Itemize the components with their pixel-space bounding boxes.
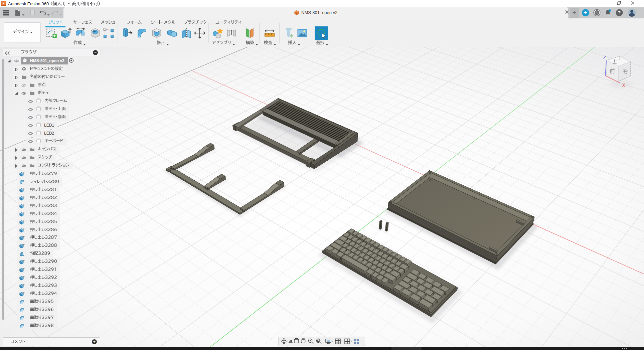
svg-text:X: X <box>622 82 626 88</box>
svg-text:Z: Z <box>603 55 606 60</box>
